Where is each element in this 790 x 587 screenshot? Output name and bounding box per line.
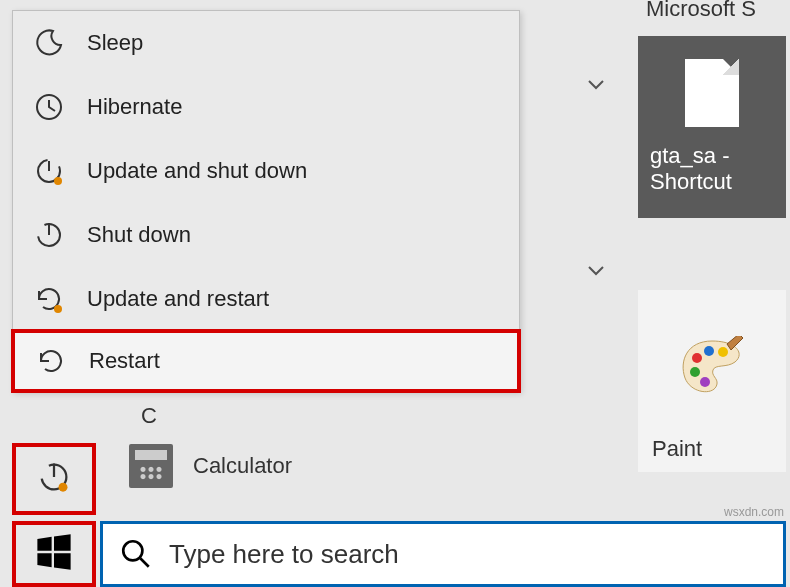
power-item-update-restart[interactable]: Update and restart	[13, 267, 519, 331]
power-update-icon	[33, 155, 65, 187]
power-item-sleep[interactable]: Sleep	[13, 11, 519, 75]
power-item-label: Shut down	[87, 222, 191, 248]
power-item-label: Hibernate	[87, 94, 182, 120]
power-item-label: Sleep	[87, 30, 143, 56]
svg-point-12	[123, 541, 142, 560]
restart-icon	[35, 345, 67, 377]
search-placeholder: Type here to search	[169, 539, 399, 570]
power-item-update-shutdown[interactable]: Update and shut down	[13, 139, 519, 203]
power-item-restart[interactable]: Restart	[11, 329, 521, 393]
tile-label: gta_sa - Shortcut	[646, 143, 778, 196]
svg-point-8	[704, 346, 714, 356]
app-list-letter-header[interactable]: C	[115, 395, 515, 437]
app-item-calculator[interactable]: Calculator	[115, 437, 515, 495]
restart-update-icon	[33, 283, 65, 315]
power-item-label: Update and shut down	[87, 158, 307, 184]
windows-logo-icon	[35, 533, 73, 575]
app-item-label: Calculator	[193, 453, 292, 479]
chevron-down-icon[interactable]	[582, 256, 610, 284]
power-item-shutdown[interactable]: Shut down	[13, 203, 519, 267]
file-icon	[685, 59, 739, 127]
watermark: wsxdn.com	[724, 505, 784, 519]
svg-point-6	[59, 483, 68, 492]
start-tiles: Microsoft S gta_sa - Shortcut Paint	[626, 0, 786, 520]
power-button[interactable]	[12, 443, 96, 515]
tile-paint[interactable]: Paint	[638, 290, 786, 472]
app-list: C Calculator	[115, 395, 515, 495]
start-button[interactable]	[12, 521, 96, 587]
search-icon	[119, 537, 153, 571]
svg-point-9	[718, 347, 728, 357]
clock-icon	[33, 91, 65, 123]
power-item-label: Update and restart	[87, 286, 269, 312]
taskbar-search[interactable]: Type here to search	[100, 521, 786, 587]
moon-icon	[33, 27, 65, 59]
tile-gta-shortcut[interactable]: gta_sa - Shortcut	[638, 36, 786, 218]
svg-point-7	[692, 353, 702, 363]
tile-label: Paint	[648, 436, 776, 462]
svg-point-11	[700, 377, 710, 387]
power-item-hibernate[interactable]: Hibernate	[13, 75, 519, 139]
calculator-icon	[129, 444, 173, 488]
paint-palette-icon	[677, 336, 747, 400]
start-left-column	[12, 443, 96, 587]
tile-group-label: Microsoft S	[646, 0, 756, 22]
svg-point-2	[54, 177, 62, 185]
power-icon	[33, 219, 65, 251]
power-update-icon	[36, 459, 72, 499]
chevron-down-icon[interactable]	[582, 70, 610, 98]
power-item-label: Restart	[89, 348, 160, 374]
power-menu: Sleep Hibernate Update and shut down	[12, 10, 520, 392]
svg-point-4	[54, 305, 62, 313]
svg-point-10	[690, 367, 700, 377]
